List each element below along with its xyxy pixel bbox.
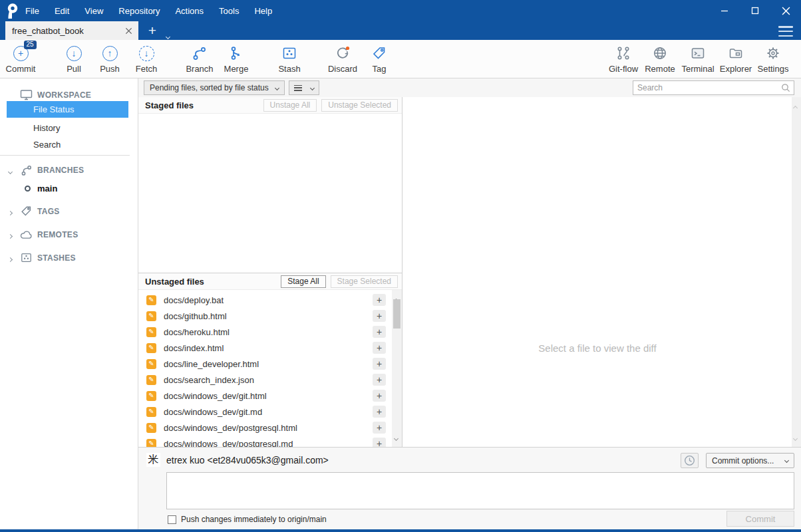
tag-toolbar-button[interactable]: Tag — [360, 43, 399, 74]
branches-section[interactable]: BRANCHES — [0, 162, 138, 178]
commit-options-dropdown[interactable]: Commit options... — [706, 453, 794, 468]
diff-panel: Select a file to view the diff — [403, 97, 801, 447]
unstage-selected-button[interactable]: Unstage Selected — [321, 99, 398, 112]
discard-toolbar-button[interactable]: Discard — [323, 43, 362, 74]
minimize-button[interactable] — [709, 0, 740, 21]
commit-count-badge: 25 — [24, 41, 37, 49]
pull-toolbar-button[interactable]: ↓ Pull — [55, 43, 93, 74]
push-toolbar-button[interactable]: ↑ Push — [90, 43, 129, 74]
file-row[interactable]: ✎docs/heroku.html+ — [138, 324, 391, 340]
file-row[interactable]: ✎docs/github.html+ — [138, 308, 391, 324]
diff-scrollbar[interactable] — [792, 97, 801, 447]
merge-toolbar-button[interactable]: Merge — [217, 43, 255, 74]
scrollbar-thumb[interactable] — [393, 299, 400, 329]
settings-toolbar-button[interactable]: Settings — [754, 43, 792, 74]
file-row[interactable]: ✎docs/windows_dev/git.html+ — [138, 388, 391, 404]
maximize-button[interactable] — [740, 0, 770, 21]
list-view-icon — [294, 85, 302, 91]
chevron-right-icon[interactable] — [9, 205, 12, 217]
menu-file[interactable]: File — [25, 6, 39, 16]
stage-file-button[interactable]: + — [373, 374, 386, 386]
stage-file-button[interactable]: + — [373, 422, 386, 434]
tab-close-icon[interactable] — [121, 23, 136, 38]
hamburger-menu-icon[interactable] — [778, 26, 793, 37]
stage-file-button[interactable]: + — [373, 438, 386, 447]
search-input[interactable] — [633, 83, 781, 92]
unstaged-file-list: ✎docs/deploy.bat+✎docs/github.html+✎docs… — [138, 290, 391, 447]
file-name: docs/deploy.bat — [164, 295, 373, 305]
view-mode-dropdown[interactable] — [289, 80, 319, 95]
unstaged-files-title: Unstaged files — [145, 277, 276, 287]
file-row[interactable]: ✎docs/deploy.bat+ — [138, 292, 391, 308]
close-button[interactable] — [770, 0, 801, 21]
chevron-right-icon[interactable] — [9, 229, 12, 241]
previous-messages-button[interactable] — [681, 453, 699, 468]
stage-file-button[interactable]: + — [373, 326, 386, 338]
commit-message-input[interactable] — [166, 472, 794, 509]
menu-actions[interactable]: Actions — [175, 6, 204, 16]
file-view-dropdown[interactable]: Pending files, sorted by file status — [144, 80, 285, 95]
clock-icon — [684, 455, 695, 466]
commit-toolbar-button[interactable]: + 25 Commit — [1, 43, 40, 74]
stashes-section[interactable]: STASHES — [0, 249, 138, 266]
remotes-section[interactable]: REMOTES — [0, 226, 138, 243]
globe-icon — [652, 43, 668, 63]
terminal-icon — [690, 43, 706, 63]
stage-file-button[interactable]: + — [373, 390, 386, 402]
new-tab-button[interactable]: + — [142, 21, 162, 40]
branch-toolbar-button[interactable]: Branch — [180, 43, 219, 74]
branch-item-main[interactable]: main — [0, 180, 138, 197]
menu-tools[interactable]: Tools — [219, 6, 239, 16]
current-branch-icon — [21, 186, 34, 192]
explorer-toolbar-button[interactable]: Explorer — [717, 43, 755, 74]
terminal-toolbar-button[interactable]: Terminal — [679, 43, 717, 74]
stage-selected-button[interactable]: Stage Selected — [331, 275, 398, 288]
remote-toolbar-button[interactable]: Remote — [641, 43, 679, 74]
file-name: docs/index.html — [164, 343, 373, 353]
file-row[interactable]: ✎docs/search_index.json+ — [138, 372, 391, 388]
menu-repository[interactable]: Repository — [118, 6, 160, 16]
file-row[interactable]: ✎docs/windows_dev/postgresql.md+ — [138, 436, 391, 447]
sidebar-divider — [0, 155, 130, 156]
push-immediately-label: Push changes immediately to origin/main — [181, 515, 327, 524]
stage-file-button[interactable]: + — [373, 358, 386, 370]
chevron-down-icon — [784, 458, 789, 463]
commit-icon: + 25 — [13, 43, 29, 63]
window-bottom-border — [0, 529, 801, 532]
chevron-down-icon[interactable] — [9, 164, 12, 176]
menu-edit[interactable]: Edit — [55, 6, 69, 16]
unstaged-scrollbar[interactable] — [392, 290, 402, 447]
view-options-bar: Pending files, sorted by file status — [138, 78, 801, 97]
stage-file-button[interactable]: + — [373, 294, 386, 306]
file-name: docs/heroku.html — [164, 327, 373, 337]
menu-bar: File Edit View Repository Actions Tools … — [25, 0, 272, 21]
file-row[interactable]: ✎docs/windows_dev/git.md+ — [138, 404, 391, 420]
modified-file-icon: ✎ — [146, 295, 156, 305]
file-row[interactable]: ✎docs/index.html+ — [138, 340, 391, 356]
fetch-toolbar-button[interactable]: ↓ Fetch — [127, 43, 166, 74]
stage-file-button[interactable]: + — [373, 342, 386, 354]
gitflow-toolbar-button[interactable]: Git-flow — [604, 43, 643, 74]
menu-view[interactable]: View — [84, 6, 103, 16]
window-controls — [709, 0, 801, 21]
tag-icon — [20, 205, 33, 217]
sidebar-item-file-status[interactable]: File Status — [7, 101, 128, 118]
file-row[interactable]: ✎docs/windows_dev/postgresql.html+ — [138, 420, 391, 436]
toolbar: + 25 Commit ↓ Pull ↑ Push ↓ Fetch Branc — [0, 40, 801, 78]
repo-tab[interactable]: free_chatbot_book — [5, 21, 138, 40]
push-immediately-checkbox[interactable] — [168, 515, 176, 524]
folder-icon — [728, 43, 744, 63]
chevron-right-icon[interactable] — [9, 252, 12, 264]
sidebar-item-history[interactable]: History — [7, 120, 128, 136]
tags-section[interactable]: TAGS — [0, 203, 138, 219]
stage-file-button[interactable]: + — [373, 310, 386, 322]
stash-toolbar-button[interactable]: Stash — [270, 43, 309, 74]
sidebar-item-search[interactable]: Search — [7, 136, 128, 153]
stage-all-button[interactable]: Stage All — [281, 275, 325, 288]
menu-help[interactable]: Help — [254, 6, 272, 16]
commit-button[interactable]: Commit — [726, 511, 794, 527]
file-row[interactable]: ✎docs/line_developer.html+ — [138, 356, 391, 372]
tag-icon — [371, 43, 387, 63]
unstage-all-button[interactable]: Unstage All — [263, 99, 317, 112]
stage-file-button[interactable]: + — [373, 406, 386, 418]
